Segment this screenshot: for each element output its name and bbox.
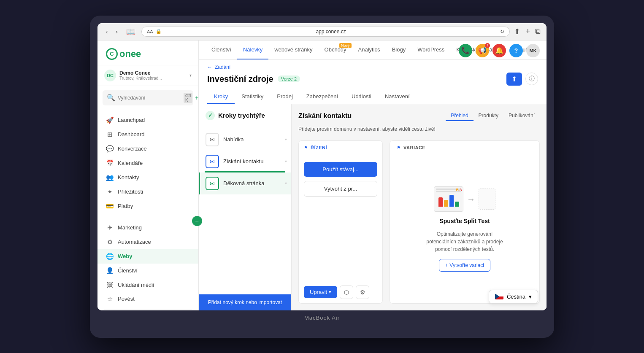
sub-tab-kroky[interactable]: Kroky	[207, 90, 235, 104]
flag-cz-icon	[495, 294, 503, 299]
funnel-step-nabidka[interactable]: ✉ Nabídka ▾	[199, 129, 291, 151]
edit-button[interactable]: Upravit ▾	[304, 286, 337, 298]
tab-wordpress[interactable]: WordPress	[411, 40, 450, 59]
help-icon-btn[interactable]: ?	[509, 44, 523, 57]
clenstvi-icon: 👤	[106, 267, 114, 275]
nav-divider	[104, 217, 192, 217]
sidebar-label-clenstvi: Členství	[118, 267, 138, 274]
aa-label: AA	[147, 29, 153, 34]
tab-blogy[interactable]: Blogy	[386, 40, 412, 59]
settings-icon-btn[interactable]: ⚙	[356, 286, 369, 299]
funnel-step-dekovna[interactable]: ✉ Děkovná stránka ▾	[199, 172, 291, 194]
step-ziskani-icon: ✉	[206, 155, 219, 168]
sidebar-collapse-button[interactable]: ←	[192, 216, 202, 226]
browser-nav[interactable]: ‹ ›	[103, 27, 120, 36]
sub-tab-nastaveni[interactable]: Nastavení	[378, 90, 417, 104]
step-dekovna-chevron: ▾	[285, 181, 287, 186]
editor-area: Získání kontaktu Přehled Produkty Publik…	[292, 104, 547, 310]
sidebar-item-weby[interactable]: 🌐 Weby	[97, 249, 198, 264]
variace-body: A B	[390, 155, 539, 303]
kontakty-icon: 👥	[106, 174, 114, 181]
sidebar-nav: 🚀 Launchpad ⊞ Dashboard 💬 Konverzace 📅 K…	[97, 110, 198, 310]
url-bar[interactable]: AA 🔒 app.conee.cz ↻	[141, 27, 510, 37]
use-existing-button[interactable]: Použít stávaj...	[304, 162, 377, 177]
share-button[interactable]: ⬆	[506, 73, 522, 86]
tab-analytics[interactable]: Analytics	[352, 40, 386, 59]
sidebar-item-marketing[interactable]: ✈ Marketing	[97, 221, 198, 235]
tab-clenstvi[interactable]: Členství	[206, 40, 237, 59]
split-test-illustration: A B	[434, 186, 495, 212]
sidebar-label-kalendare: Kalendáře	[118, 160, 143, 166]
user-avatar-btn[interactable]: MK	[526, 44, 540, 57]
sidebar-item-platby[interactable]: 💳 Platby	[97, 199, 198, 213]
sub-tab-statistiky[interactable]: Statistiky	[235, 90, 270, 104]
editor-tab-publikovani[interactable]: Publikování	[503, 111, 540, 121]
variace-header: ⚑ VARIACE	[390, 141, 539, 155]
sidebar-item-konverzace[interactable]: 💬 Konverzace	[97, 142, 198, 156]
funnel-step-ziskani[interactable]: ✉ Získání kontaktu ▾	[199, 151, 291, 172]
page-title-row: Investiční zdroje Verze 2 ⬆ ⓘ	[207, 73, 538, 86]
forward-button[interactable]: ›	[113, 27, 120, 36]
announcement-icon-btn[interactable]: 📢 1	[476, 44, 489, 57]
sidebar-label-media: Ukládání médií	[118, 282, 154, 288]
user-section[interactable]: DC Demo Conee Trutnov, Královehrad... ▾	[97, 65, 198, 86]
sidebar-item-clenstvi[interactable]: 👤 Členství	[97, 264, 198, 278]
tab-obchody[interactable]: Obchody Nový	[319, 40, 352, 59]
control-card-body: Použít stávaj... Vytvořit z pr...	[299, 155, 382, 281]
lang-chevron-icon: ▾	[529, 294, 532, 300]
page-header-actions: ⬆ ⓘ	[506, 73, 538, 86]
sub-tab-zabezpeceni[interactable]: Zabezpečení	[300, 90, 345, 104]
sidebar-item-launchpad[interactable]: 🚀 Launchpad	[97, 113, 198, 127]
create-from-button[interactable]: Vytvořit z pr...	[304, 181, 377, 197]
funnel-add-button[interactable]: Přidat nový krok nebo importovat	[199, 294, 291, 310]
funnel-check-icon: ✓	[206, 111, 215, 120]
refresh-icon[interactable]: ↻	[500, 29, 504, 35]
variant-placeholder	[479, 189, 495, 210]
top-nav: Členství Nálevky webové stránky Obchody …	[199, 40, 547, 60]
control-card-footer: Upravit ▾ ⬡ ⚙	[299, 281, 382, 303]
add-variant-button[interactable]: + Vytvořte variaci	[439, 259, 490, 272]
editor-cards: ⚑ ŘÍZENÍ Použít stávaj... Vytvořit z pr.…	[298, 140, 540, 304]
copy-icon[interactable]: ⧉	[535, 27, 541, 36]
user-info: Demo Conee Trutnov, Královehrad...	[119, 70, 186, 81]
arrow-icon: →	[467, 194, 475, 204]
version-badge: Verze 2	[278, 75, 300, 82]
tab-pruzkumy[interactable]: Průzkumy ▾	[545, 40, 547, 59]
editor-tab-prehled[interactable]: Přehled	[446, 111, 473, 121]
search-input[interactable]	[118, 95, 181, 101]
external-link-icon-btn[interactable]: ⬡	[340, 286, 353, 299]
sidebar-item-media[interactable]: 🖼 Ukládání médií	[97, 278, 198, 292]
step-nabidka-chevron: ▾	[285, 137, 287, 142]
tab-webove-stranky[interactable]: webové stránky	[268, 40, 318, 59]
sidebar-item-automatizace[interactable]: ⚙ Automatizace	[97, 235, 198, 249]
sub-tab-prodej[interactable]: Prodej	[270, 90, 300, 104]
bookmarks-icon[interactable]: 📖	[124, 27, 137, 36]
sidebar-item-dashboard[interactable]: ⊞ Dashboard	[97, 127, 198, 142]
sidebar-item-prilezitosti[interactable]: ✦ Příležitosti	[97, 185, 198, 199]
kalendare-icon: 📅	[106, 159, 114, 167]
sub-tab-udalosti[interactable]: Události	[345, 90, 378, 104]
notification-icon-btn[interactable]: 🔔	[492, 44, 506, 57]
lang-label: Čeština	[507, 294, 525, 300]
sidebar-label-povest: Pověst	[118, 296, 135, 302]
launchpad-icon: 🚀	[106, 116, 114, 124]
plus-icon[interactable]: +	[525, 27, 530, 36]
sidebar-item-kalendare[interactable]: 📅 Kalendáře	[97, 156, 198, 170]
funnel-header: ✓ Kroky trychtýře	[199, 104, 291, 125]
share-icon[interactable]: ⬆	[514, 27, 520, 36]
editor-tab-produkty[interactable]: Produkty	[474, 111, 503, 121]
sidebar-item-kontakty[interactable]: 👥 Kontakty	[97, 170, 198, 185]
phone-icon-btn[interactable]: 📞	[459, 44, 472, 57]
sidebar-item-povest[interactable]: ☆ Pověst	[97, 292, 198, 306]
page-mockup: A B	[434, 186, 463, 212]
search-plus-icon[interactable]: +	[195, 94, 198, 101]
nav-divider-2	[104, 310, 192, 310]
automatizace-icon: ⚙	[106, 238, 114, 246]
search-bar[interactable]: 🔍 ctrl K +	[103, 90, 193, 105]
edit-button-label: Upravit	[310, 289, 327, 295]
back-button[interactable]: ‹	[103, 27, 111, 36]
breadcrumb[interactable]: ← Zadání	[207, 64, 538, 70]
tab-nalevky[interactable]: Nálevky	[237, 40, 268, 59]
lang-dropdown[interactable]: Čeština ▾	[489, 290, 538, 304]
info-button[interactable]: ⓘ	[525, 73, 538, 85]
